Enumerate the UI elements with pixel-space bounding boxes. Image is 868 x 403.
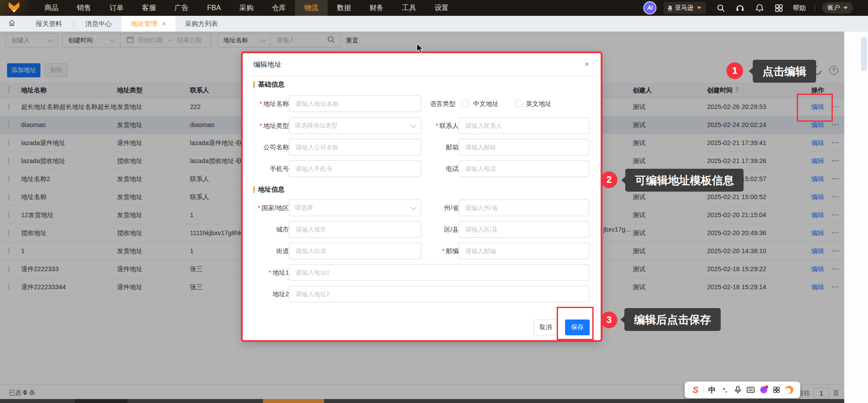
skin-icon[interactable] [759,385,769,395]
tab-bar: 报关资料 消息中心 地址管理 × 采购方列表 [0,16,868,32]
help-link[interactable]: 帮助 [793,4,806,12]
home-icon[interactable] [8,19,16,29]
tab-message-center[interactable]: 消息中心 [76,16,121,32]
tab-purchaser-list[interactable]: 采购方列表 [175,16,228,32]
nav-item[interactable]: 仓库 [263,0,295,16]
tab-address-management[interactable]: 地址管理 × [121,16,175,32]
nav-item[interactable]: 订单 [100,0,133,16]
annotation-modal-frame [241,51,602,342]
nav-item[interactable]: 客服 [133,0,165,16]
nav-item-label: 采购 [239,4,253,11]
nav-item[interactable]: 数据 [328,0,360,16]
scrollbar-thumb[interactable] [861,37,867,71]
app-logo[interactable] [0,0,28,16]
nav-item-label: 数据 [337,4,351,11]
nav-item-label: 工具 [402,4,416,11]
annotation-step1-tooltip: 点击编辑 [753,60,816,83]
chinese-mode-icon[interactable]: 中 [707,385,717,395]
divider [704,386,704,394]
nav-item[interactable]: 设置 [425,0,458,16]
toolbox-grid-icon[interactable] [772,385,781,395]
nav-item-label: 广告 [175,4,189,11]
nav-item[interactable]: 财务 [360,0,393,16]
sogou-mascot-icon[interactable] [784,385,794,395]
taskbar-segment [75,399,128,403]
top-nav: 商品 销售 订单 客服 广告 FBA 采购 仓库 物流 数据 财务 工 [0,0,868,16]
tab-label: 地址管理 [131,16,157,32]
nav-item-label: 设置 [434,4,449,11]
nav-item[interactable]: 销售 [68,0,100,16]
account-label: 账户 [828,4,840,12]
store-selector-label: 亚马逊 [675,4,693,12]
keyboard-icon[interactable] [746,385,755,395]
nav-item[interactable]: 商品 [35,0,68,16]
headset-icon[interactable] [736,4,744,12]
account-menu[interactable]: 账户 [822,2,853,14]
nav-item-label: 仓库 [272,4,286,11]
taskbar-segment-orange [263,399,324,403]
mouse-cursor-icon [416,44,426,56]
nav-item-label: 物流 [304,4,318,11]
nav-item[interactable]: 采购 [230,0,263,16]
microphone-icon[interactable] [733,385,743,395]
chevron-down-icon [697,7,701,9]
nav-item-label: 财务 [369,4,383,11]
nav-item-label: 客服 [142,4,156,11]
apps-grid-icon[interactable] [774,4,783,12]
bell-icon[interactable] [755,4,764,12]
nav-right-cluster: AI a 亚马逊 帮助 账户 [643,0,868,16]
punctuation-mode-icon[interactable]: °, [720,385,730,395]
nav-item[interactable]: 物流 [295,0,328,16]
main-menu: 商品 销售 订单 客服 广告 FBA 采购 仓库 物流 数据 财务 工 [35,0,458,16]
annotation-step2-circle: 2 [601,171,617,188]
chevron-down-icon [843,7,848,9]
tab-divider [73,21,74,27]
annotation-rect-edit [797,94,833,122]
nav-item[interactable]: 广告 [165,0,198,16]
annotation-rect-save [557,307,594,340]
close-tab-icon[interactable]: × [162,16,166,32]
nav-item-label: 销售 [77,4,91,11]
scrollbar-track[interactable] [844,32,868,403]
ime-toolbar: S 中 °, [685,381,800,398]
nav-item-label: 商品 [44,4,58,11]
app-window: 商品 销售 订单 客服 广告 FBA 采购 仓库 物流 数据 财务 工 [0,0,868,403]
tab-customs-data[interactable]: 报关资料 [26,16,72,32]
nav-item[interactable]: FBA [198,0,230,16]
sogou-logo-icon[interactable]: S [691,385,700,395]
annotation-step3-circle: 3 [601,312,617,328]
fox-logo-icon [7,1,21,15]
amazon-logo-icon: a [668,4,672,11]
search-icon[interactable] [716,4,725,12]
tab-divider [24,21,24,27]
annotation-step1-circle: 1 [726,62,743,79]
ai-assistant-button[interactable]: AI [643,1,656,15]
nav-divider [815,4,815,11]
store-selector[interactable]: a 亚马逊 [664,2,706,14]
nav-item[interactable]: 工具 [393,0,425,16]
nav-item-label: 订单 [109,4,124,11]
taskbar [0,399,868,403]
nav-item-label: FBA [207,4,221,11]
annotation-step3-tooltip: 编辑后点击保存 [624,308,721,331]
annotation-step2-tooltip: 可编辑地址模板信息 [625,169,744,192]
